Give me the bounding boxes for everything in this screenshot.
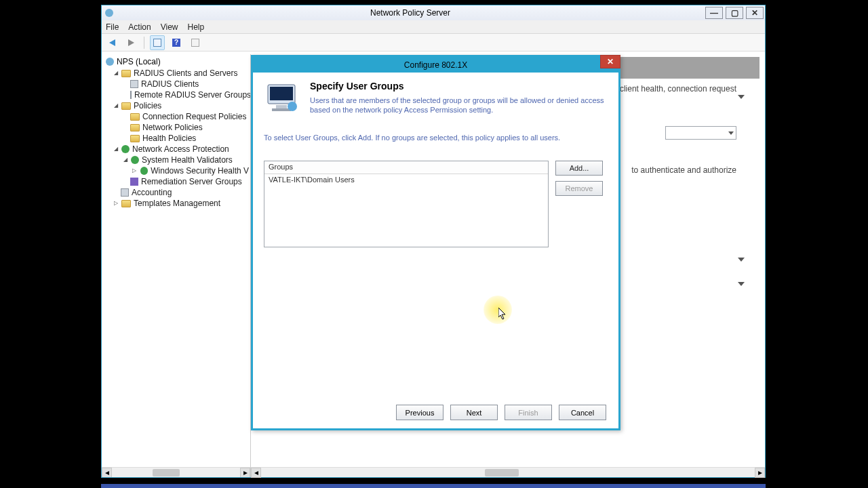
tree-label: Windows Security Health V xyxy=(151,166,249,176)
tree-node-accounting[interactable]: Accounting xyxy=(106,187,249,198)
finish-button[interactable]: Finish xyxy=(505,405,552,420)
chevron-down-icon[interactable] xyxy=(738,258,745,262)
monitor-icon xyxy=(264,81,302,119)
tree-label: RADIUS Clients xyxy=(141,79,199,89)
refresh-button[interactable] xyxy=(188,35,203,50)
dialog-titlebar: Configure 802.1X xyxy=(253,57,618,73)
tree-node-system-health-validators[interactable]: ◢ System Health Validators xyxy=(106,155,249,165)
menubar: File Action View Help xyxy=(102,20,765,34)
nps-app-icon xyxy=(103,9,115,17)
scroll-right-icon[interactable]: ▸ xyxy=(755,468,765,478)
shield-icon xyxy=(140,167,149,175)
chevron-down-icon xyxy=(728,131,734,135)
dialog-description: Users that are members of the selected g… xyxy=(310,96,608,115)
scroll-thumb[interactable] xyxy=(485,469,519,476)
folder-icon xyxy=(121,200,131,207)
tree-label: Connection Request Policies xyxy=(142,112,246,121)
tree-node-network-policies[interactable]: Network Policies xyxy=(106,122,249,133)
dropdown-select[interactable] xyxy=(665,126,736,140)
tree-node-radius-clients[interactable]: RADIUS Clients xyxy=(106,79,249,89)
server-icon xyxy=(130,178,138,186)
folder-icon xyxy=(130,113,140,121)
remove-button[interactable]: Remove xyxy=(555,181,603,196)
svg-point-4 xyxy=(288,102,297,111)
tree-node-connection-request-policies[interactable]: Connection Request Policies xyxy=(106,111,249,122)
tree-label: Network Access Protection xyxy=(132,144,229,154)
configure-8021x-dialog: Configure 802.1X ✕ Specify User Groups U… xyxy=(251,55,620,430)
minimize-button[interactable]: — xyxy=(705,7,723,19)
toolbar: ? xyxy=(102,34,765,52)
menu-file[interactable]: File xyxy=(106,22,119,32)
folder-icon xyxy=(121,70,131,77)
page-icon xyxy=(121,188,129,197)
tree-node-radius-clients-servers[interactable]: ◢ RADIUS Clients and Servers xyxy=(106,68,249,79)
folder-icon xyxy=(121,102,131,110)
tree-label: Network Policies xyxy=(142,123,203,132)
taskbar xyxy=(101,484,766,488)
groups-listbox[interactable]: Groups VATLE-IKT\Domain Users xyxy=(264,161,549,247)
window-title: Network Policy Server xyxy=(115,8,705,18)
scroll-left-icon[interactable]: ◂ xyxy=(251,468,261,478)
expand-icon: ▷ xyxy=(113,201,119,207)
tree-node-windows-security-health[interactable]: ▷ Windows Security Health V xyxy=(106,165,249,176)
collapse-icon: ◢ xyxy=(122,157,128,163)
dialog-instruction: To select User Groups, click Add. If no … xyxy=(264,134,608,142)
scroll-right-icon[interactable]: ▸ xyxy=(240,468,250,478)
menu-action[interactable]: Action xyxy=(128,22,151,32)
details-hscrollbar[interactable]: ◂ ▸ xyxy=(251,467,765,477)
shield-icon xyxy=(131,156,139,164)
tree-node-remote-radius-groups[interactable]: Remote RADIUS Server Groups xyxy=(106,89,249,100)
svg-rect-3 xyxy=(272,108,291,111)
tree-label: Remote RADIUS Server Groups xyxy=(134,90,251,100)
page-icon xyxy=(130,91,132,99)
chevron-down-icon[interactable] xyxy=(738,95,745,99)
tree-hscrollbar[interactable]: ◂ ▸ xyxy=(102,467,250,477)
menu-help[interactable]: Help xyxy=(188,22,205,32)
folder-icon xyxy=(130,124,140,131)
tree-label: Policies xyxy=(134,101,161,110)
tree-node-templates-management[interactable]: ▷ Templates Management xyxy=(106,198,249,209)
tree-node-policies[interactable]: ◢ Policies xyxy=(106,100,249,111)
add-button[interactable]: Add... xyxy=(555,161,603,176)
tree-node-nap[interactable]: ◢ Network Access Protection xyxy=(106,144,249,155)
menu-view[interactable]: View xyxy=(161,22,178,32)
tree-root[interactable]: NPS (Local) xyxy=(106,57,249,66)
console-tree: NPS (Local) ◢ RADIUS Clients and Servers… xyxy=(102,54,251,477)
scroll-left-icon[interactable]: ◂ xyxy=(102,468,112,478)
shield-icon xyxy=(121,145,130,153)
close-window-button[interactable]: ✕ xyxy=(746,7,764,19)
scroll-thumb[interactable] xyxy=(153,469,180,476)
collapse-icon: ◢ xyxy=(113,103,119,109)
nps-local-icon xyxy=(106,58,114,66)
tree-label: System Health Validators xyxy=(142,155,233,165)
chevron-down-icon[interactable] xyxy=(738,282,745,286)
back-button[interactable] xyxy=(104,35,119,50)
cancel-button[interactable]: Cancel xyxy=(559,405,606,420)
svg-rect-2 xyxy=(276,105,287,108)
expand-icon: ▷ xyxy=(132,168,138,174)
window-titlebar: Network Policy Server — ▢ ✕ xyxy=(102,5,765,20)
dialog-close-button[interactable]: ✕ xyxy=(600,55,620,68)
tree-label: Templates Management xyxy=(134,199,220,208)
collapse-icon: ◢ xyxy=(113,70,119,77)
groups-list-header: Groups xyxy=(264,161,548,174)
groups-list-item[interactable]: VATLE-IKT\Domain Users xyxy=(264,174,548,185)
next-button[interactable]: Next xyxy=(450,405,498,420)
folder-icon xyxy=(130,135,140,142)
tree-label: RADIUS Clients and Servers xyxy=(134,68,237,78)
previous-button[interactable]: Previous xyxy=(396,405,443,420)
svg-rect-1 xyxy=(270,87,293,100)
dialog-heading: Specify User Groups xyxy=(310,81,608,92)
forward-button[interactable] xyxy=(123,35,138,50)
help-button[interactable]: ? xyxy=(169,35,184,50)
tree-node-health-policies[interactable]: Health Policies xyxy=(106,133,249,144)
tree-node-remediation-server-groups[interactable]: Remediation Server Groups xyxy=(106,176,249,187)
tree-root-label: NPS (Local) xyxy=(117,57,161,66)
tree-label: Health Policies xyxy=(142,134,196,143)
show-hide-tree-button[interactable] xyxy=(150,35,165,50)
collapse-icon: ◢ xyxy=(113,146,119,152)
click-highlight xyxy=(484,296,512,324)
maximize-button[interactable]: ▢ xyxy=(726,7,743,19)
dialog-title: Configure 802.1X xyxy=(253,60,618,70)
tree-label: Accounting xyxy=(132,188,172,197)
